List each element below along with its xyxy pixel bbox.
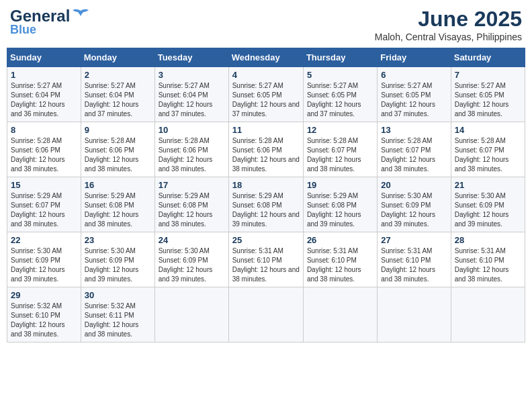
- header-friday: Friday: [378, 48, 451, 67]
- day-7: 7 Sunrise: 5:27 AMSunset: 6:05 PMDayligh…: [451, 67, 525, 122]
- week-row-5: 29 Sunrise: 5:32 AMSunset: 6:10 PMDaylig…: [7, 287, 525, 342]
- day-1: 1 Sunrise: 5:27 AMSunset: 6:04 PMDayligh…: [7, 67, 81, 122]
- logo: General Blue: [10, 7, 90, 37]
- day-4: 4 Sunrise: 5:27 AMSunset: 6:05 PMDayligh…: [228, 67, 303, 122]
- page-header: General Blue June 2025 Maloh, Central Vi…: [7, 7, 525, 42]
- day-30: 30 Sunrise: 5:32 AMSunset: 6:11 PMDaylig…: [81, 287, 154, 342]
- day-11: 11 Sunrise: 5:28 AMSunset: 6:06 PMDaylig…: [228, 122, 303, 177]
- empty-cell-2: [228, 287, 303, 342]
- day-28: 28 Sunrise: 5:31 AMSunset: 6:10 PMDaylig…: [451, 232, 525, 287]
- day-27: 27 Sunrise: 5:31 AMSunset: 6:10 PMDaylig…: [378, 232, 451, 287]
- day-6: 6 Sunrise: 5:27 AMSunset: 6:05 PMDayligh…: [378, 67, 451, 122]
- logo-bird-icon: [71, 7, 90, 26]
- day-14: 14 Sunrise: 5:28 AMSunset: 6:07 PMDaylig…: [451, 122, 525, 177]
- day-17: 17 Sunrise: 5:29 AMSunset: 6:08 PMDaylig…: [154, 177, 228, 232]
- day-3: 3 Sunrise: 5:27 AMSunset: 6:04 PMDayligh…: [154, 67, 228, 122]
- header-wednesday: Wednesday: [228, 48, 303, 67]
- day-19: 19 Sunrise: 5:29 AMSunset: 6:08 PMDaylig…: [303, 177, 377, 232]
- empty-cell-4: [378, 287, 451, 342]
- weekday-header-row: Sunday Monday Tuesday Wednesday Thursday…: [7, 48, 525, 67]
- header-sunday: Sunday: [7, 48, 81, 67]
- day-20: 20 Sunrise: 5:30 AMSunset: 6:09 PMDaylig…: [378, 177, 451, 232]
- empty-cell-5: [451, 287, 525, 342]
- header-saturday: Saturday: [451, 48, 525, 67]
- empty-cell-1: [154, 287, 228, 342]
- empty-cell-3: [303, 287, 377, 342]
- month-title: June 2025: [375, 7, 522, 32]
- day-21: 21 Sunrise: 5:30 AMSunset: 6:09 PMDaylig…: [451, 177, 525, 232]
- day-5: 5 Sunrise: 5:27 AMSunset: 6:05 PMDayligh…: [303, 67, 377, 122]
- week-row-1: 1 Sunrise: 5:27 AMSunset: 6:04 PMDayligh…: [7, 67, 525, 122]
- day-29: 29 Sunrise: 5:32 AMSunset: 6:10 PMDaylig…: [7, 287, 81, 342]
- week-row-2: 8 Sunrise: 5:28 AMSunset: 6:06 PMDayligh…: [7, 122, 525, 177]
- day-16: 16 Sunrise: 5:29 AMSunset: 6:08 PMDaylig…: [81, 177, 154, 232]
- calendar-table: Sunday Monday Tuesday Wednesday Thursday…: [7, 48, 525, 342]
- week-row-4: 22 Sunrise: 5:30 AMSunset: 6:09 PMDaylig…: [7, 232, 525, 287]
- day-23: 23 Sunrise: 5:30 AMSunset: 6:09 PMDaylig…: [81, 232, 154, 287]
- day-8: 8 Sunrise: 5:28 AMSunset: 6:06 PMDayligh…: [7, 122, 81, 177]
- week-row-3: 15 Sunrise: 5:29 AMSunset: 6:07 PMDaylig…: [7, 177, 525, 232]
- day-22: 22 Sunrise: 5:30 AMSunset: 6:09 PMDaylig…: [7, 232, 81, 287]
- location: Maloh, Central Visayas, Philippines: [375, 32, 522, 42]
- day-18: 18 Sunrise: 5:29 AMSunset: 6:08 PMDaylig…: [228, 177, 303, 232]
- day-25: 25 Sunrise: 5:31 AMSunset: 6:10 PMDaylig…: [228, 232, 303, 287]
- day-24: 24 Sunrise: 5:30 AMSunset: 6:09 PMDaylig…: [154, 232, 228, 287]
- day-12: 12 Sunrise: 5:28 AMSunset: 6:07 PMDaylig…: [303, 122, 377, 177]
- day-2: 2 Sunrise: 5:27 AMSunset: 6:04 PMDayligh…: [81, 67, 154, 122]
- day-10: 10 Sunrise: 5:28 AMSunset: 6:06 PMDaylig…: [154, 122, 228, 177]
- header-thursday: Thursday: [303, 48, 377, 67]
- header-tuesday: Tuesday: [154, 48, 228, 67]
- day-9: 9 Sunrise: 5:28 AMSunset: 6:06 PMDayligh…: [81, 122, 154, 177]
- title-block: June 2025 Maloh, Central Visayas, Philip…: [375, 7, 522, 42]
- header-monday: Monday: [81, 48, 154, 67]
- day-26: 26 Sunrise: 5:31 AMSunset: 6:10 PMDaylig…: [303, 232, 377, 287]
- day-15: 15 Sunrise: 5:29 AMSunset: 6:07 PMDaylig…: [7, 177, 81, 232]
- day-13: 13 Sunrise: 5:28 AMSunset: 6:07 PMDaylig…: [378, 122, 451, 177]
